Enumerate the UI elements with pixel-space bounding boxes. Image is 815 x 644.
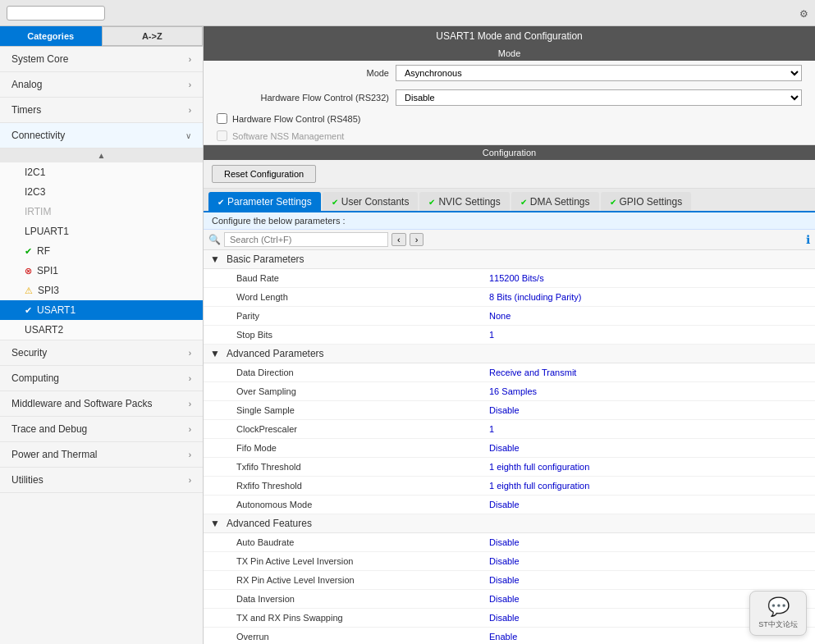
param-name: Word Length — [204, 290, 483, 304]
sidebar-item-utilities[interactable]: Utilities › — [0, 468, 203, 493]
hw-flow-rs485-label: Hardware Flow Control (RS485) — [232, 114, 361, 124]
submenu-item-usart2[interactable]: USART2 — [0, 320, 203, 340]
table-row: RX Pin Active Level InversionDisable — [204, 571, 815, 590]
param-name: Data Inversion — [204, 592, 483, 605]
mode-section: Mode Mode Asynchronous Hardware Flow Con… — [204, 46, 815, 145]
collapse-arrow-icon: ▼ — [210, 348, 220, 359]
collapse-arrow-icon: ▼ — [210, 253, 220, 265]
top-search-input[interactable] — [12, 8, 86, 18]
collapse-icon[interactable]: ▲ — [98, 151, 106, 160]
params-search-bar: 🔍 ‹ › ℹ — [204, 230, 815, 250]
sidebar-item-label: System Core — [11, 53, 68, 65]
tab-nvic-settings[interactable]: ✔ NVIC Settings — [419, 192, 509, 211]
tab-atoz[interactable]: A->Z — [102, 26, 204, 46]
sidebar-item-security[interactable]: Security › — [0, 340, 203, 366]
sidebar-item-middleware[interactable]: Middleware and Software Packs › — [0, 391, 203, 417]
submenu-item-i2c1[interactable]: I2C1 — [0, 162, 203, 182]
submenu-item-label: USART1 — [37, 304, 76, 316]
table-row: Data InversionDisable — [204, 590, 815, 609]
sidebar-item-label: Trace and Debug — [11, 423, 87, 435]
table-row: Over Sampling16 Samples — [204, 382, 815, 401]
param-value: Disable — [483, 573, 526, 587]
tab-label: DMA Settings — [530, 196, 590, 208]
chevron-right-icon: › — [189, 400, 191, 409]
submenu-item-rf[interactable]: ✔ RF — [0, 241, 203, 261]
param-name: Autonomous Mode — [204, 498, 483, 511]
mode-label: Mode — [217, 68, 389, 78]
param-name: Fifo Mode — [204, 441, 483, 454]
hw-flow-rs232-select[interactable]: Disable — [396, 89, 802, 106]
submenu-item-usart1[interactable]: ✔ USART1 — [0, 300, 203, 320]
chat-widget[interactable]: 💬 ST中文论坛 — [749, 591, 807, 636]
info-icon[interactable]: ℹ — [806, 233, 810, 246]
submenu-item-irtim: IRTIM — [0, 202, 203, 222]
param-name: Over Sampling — [204, 385, 483, 398]
tab-check-icon: ✔ — [520, 198, 527, 207]
sidebar-item-label: Computing — [11, 372, 59, 384]
param-name: Parity — [204, 309, 483, 322]
tab-categories[interactable]: Categories — [0, 26, 102, 46]
table-row: TX Pin Active Level InversionDisable — [204, 552, 815, 571]
sidebar-item-analog[interactable]: Analog › — [0, 72, 203, 98]
config-section: Configuration Reset Configuration ✔ Para… — [204, 145, 815, 644]
table-row: Stop Bits1 — [204, 326, 815, 345]
tab-parameter-settings[interactable]: ✔ Parameter Settings — [208, 192, 321, 211]
param-name: Auto Baudrate — [204, 536, 483, 549]
tab-gpio-settings[interactable]: ✔ GPIO Settings — [601, 192, 692, 211]
sidebar-item-label: Timers — [11, 104, 41, 116]
submenu-item-lpuart1[interactable]: LPUART1 — [0, 222, 203, 241]
tab-label: User Constants — [341, 196, 410, 208]
hw-flow-rs485-checkbox[interactable] — [217, 113, 227, 124]
group-label: Basic Parameters — [227, 253, 304, 265]
table-row: Baud Rate115200 Bits/s — [204, 269, 815, 288]
gear-button[interactable]: ⚙ — [799, 7, 808, 20]
chevron-right-icon: › — [189, 55, 191, 64]
param-name: Baud Rate — [204, 272, 483, 285]
chevron-right-icon: › — [189, 80, 191, 89]
tab-user-constants[interactable]: ✔ User Constants — [323, 192, 419, 211]
submenu-item-label: IRTIM — [25, 206, 51, 217]
sidebar-item-timers[interactable]: Timers › — [0, 98, 203, 123]
collapse-arrow-icon: ▼ — [210, 518, 220, 529]
param-value: Enable — [483, 630, 524, 643]
sidebar-item-connectivity[interactable]: Connectivity ∨ — [0, 123, 203, 148]
sidebar-item-label: Utilities — [11, 474, 43, 486]
error-icon: ⊗ — [25, 266, 32, 276]
chat-label: ST中文论坛 — [758, 619, 798, 630]
param-value: 16 Samples — [483, 385, 543, 398]
submenu-item-spi3[interactable]: ⚠ SPI3 — [0, 281, 203, 300]
next-result-button[interactable]: › — [410, 233, 424, 246]
content-title: USART1 Mode and Configuration — [204, 26, 815, 46]
table-row: Single SampleDisable — [204, 401, 815, 420]
param-group-header[interactable]: ▼Advanced Parameters — [204, 345, 815, 363]
mode-select[interactable]: Asynchronous — [396, 65, 802, 81]
search-icon: 🔍 — [208, 234, 221, 245]
submenu-item-i2c3[interactable]: I2C3 — [0, 182, 203, 202]
sidebar-item-system-core[interactable]: System Core › — [0, 47, 203, 72]
param-value: 8 Bits (including Parity) — [483, 290, 588, 304]
sidebar-item-trace[interactable]: Trace and Debug › — [0, 417, 203, 442]
prev-result-button[interactable]: ‹ — [391, 233, 406, 246]
sidebar-item-power[interactable]: Power and Thermal › — [0, 442, 203, 468]
table-row: Word Length8 Bits (including Parity) — [204, 288, 815, 307]
reset-config-button[interactable]: Reset Configuration — [212, 165, 316, 183]
table-row: Fifo ModeDisable — [204, 439, 815, 458]
param-name: RX Pin Active Level Inversion — [204, 573, 483, 587]
sidebar-item-computing[interactable]: Computing › — [0, 366, 203, 391]
hw-flow-rs485-row: Hardware Flow Control (RS485) — [204, 110, 815, 127]
param-value: 1 eighth full configuration — [483, 460, 596, 473]
param-name: ClockPrescaler — [204, 422, 483, 436]
param-group-header[interactable]: ▼Basic Parameters — [204, 250, 815, 269]
group-label: Advanced Features — [227, 518, 312, 529]
submenu-item-label: USART2 — [25, 324, 63, 336]
submenu-item-label: SPI1 — [37, 265, 58, 276]
mode-select-wrap: Asynchronous — [396, 65, 802, 81]
config-tabs: ✔ Parameter Settings ✔ User Constants ✔ … — [204, 189, 815, 212]
submenu-item-spi1[interactable]: ⊗ SPI1 — [0, 261, 203, 281]
tab-dma-settings[interactable]: ✔ DMA Settings — [511, 192, 599, 211]
params-search-input[interactable] — [224, 232, 388, 247]
param-group-header[interactable]: ▼Advanced Features — [204, 514, 815, 533]
content-area: USART1 Mode and Configuration Mode Mode … — [204, 26, 815, 644]
params-header: Configure the below parameters : — [204, 212, 815, 230]
tab-check-icon: ✔ — [332, 198, 338, 207]
